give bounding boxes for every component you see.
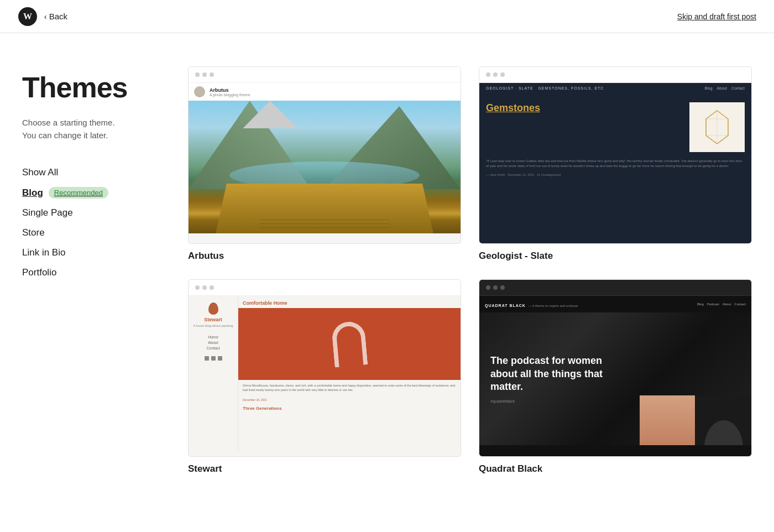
- quadrat-theme-name: Quadrat Black: [479, 463, 752, 474]
- svg-line-10: [706, 135, 717, 144]
- page-title: Themes: [22, 72, 144, 103]
- wordpress-logo-icon[interactable]: W: [18, 7, 38, 27]
- geo-site-header: GEOLOGIST · SLATE Gemstones, Fossils, Et…: [479, 83, 751, 93]
- dot-3: [210, 285, 214, 290]
- dot-1: [195, 72, 200, 77]
- arbutus-hero-image: [189, 101, 461, 233]
- gemstone-icon: [698, 108, 736, 147]
- geo-logo: GEOLOGIST · SLATE Gemstones, Fossils, Et…: [486, 86, 604, 90]
- sidebar-item-blog[interactable]: Blog Recommended: [22, 184, 144, 202]
- dot-3: [500, 285, 505, 290]
- arbutus-avatar: [194, 86, 205, 97]
- stewart-post-title: Comfortable Home: [238, 296, 461, 308]
- geologist-preview: GEOLOGIST · SLATE Gemstones, Fossils, Et…: [479, 66, 752, 244]
- sidebar-item-portfolio[interactable]: Portfolio: [22, 264, 144, 281]
- arbutus-preview: Arbutus A photo blogging theme: [188, 66, 461, 244]
- skip-link[interactable]: Skip and draft first post: [677, 12, 756, 21]
- stewart-post-content: Orima Woodhouse, handsome, clever, and r…: [238, 380, 461, 396]
- facebook-icon: [211, 356, 216, 361]
- dot-3: [210, 72, 214, 77]
- sidebar-item-link-in-bio[interactable]: Link in Bio: [22, 244, 144, 262]
- svg-line-11: [717, 135, 728, 144]
- dot-2: [202, 285, 207, 290]
- dot-2: [493, 285, 498, 290]
- sidebar-item-single-page[interactable]: Single Page: [22, 204, 144, 222]
- quadrat-site-header: QUADRAT BLACK — A theme to inspire and e…: [479, 296, 751, 312]
- arbutus-site-name: Arbutus: [210, 87, 250, 93]
- preview-dots: [189, 67, 461, 83]
- quadrat-thumbnail-images: [640, 395, 751, 445]
- theme-category-nav: Show All Blog Recommended Single Page St…: [22, 164, 144, 281]
- preview-dots: [479, 280, 751, 296]
- back-arrow-icon: ‹: [44, 12, 47, 21]
- preview-dots: [189, 280, 461, 296]
- quadrat-figure-svg: [696, 395, 751, 445]
- geologist-theme-name: Geologist - Slate: [479, 251, 752, 262]
- stewart-post-date: December 16, 2021: [238, 396, 461, 404]
- main-content: Themes Choose a starting theme. You can …: [0, 33, 774, 497]
- geo-nav: Blog About Contact: [705, 86, 745, 90]
- stewart-layout: Stewart A loose blog about painting Home…: [189, 296, 461, 451]
- stewart-social-icons: [205, 356, 222, 361]
- stewart-nav-home: Home: [208, 335, 218, 339]
- arch-shape: [331, 321, 368, 368]
- theme-card-arbutus[interactable]: Arbutus A photo blogging theme: [188, 66, 461, 262]
- arbutus-theme-content: Arbutus A photo blogging theme: [189, 83, 461, 243]
- stewart-hero-image: [238, 308, 461, 380]
- quadrat-preview: QUADRAT BLACK — A theme to inspire and e…: [479, 279, 752, 457]
- preview-dots: [479, 67, 751, 83]
- theme-card-quadrat-black[interactable]: QUADRAT BLACK — A theme to inspire and e…: [479, 279, 752, 474]
- recommended-badge: Recommended: [49, 187, 108, 199]
- quadrat-logo: QUADRAT BLACK: [485, 304, 526, 307]
- arbutus-theme-name: Arbutus: [188, 251, 461, 262]
- quadrat-theme-content: QUADRAT BLACK — A theme to inspire and e…: [479, 296, 751, 456]
- quadrat-thumb-2: [696, 395, 751, 445]
- sidebar: Themes Choose a starting theme. You can …: [22, 66, 144, 474]
- svg-text:W: W: [23, 12, 32, 21]
- twitter-icon: [205, 356, 209, 361]
- dot-1: [195, 285, 200, 290]
- themes-grid: Arbutus A photo blogging theme: [188, 66, 752, 474]
- dot-3: [500, 72, 505, 77]
- stewart-theme-name: Stewart: [188, 463, 461, 474]
- instagram-icon: [218, 356, 222, 361]
- boat-deck: [216, 184, 433, 233]
- geo-post-text: "If I just stop over to Green Gables aft…: [486, 157, 745, 169]
- stewart-logo: [208, 302, 218, 315]
- stewart-theme-content: Stewart A loose blog about painting Home…: [189, 296, 461, 456]
- dot-2: [493, 72, 498, 77]
- stewart-nav-contact: Contact: [206, 346, 219, 350]
- geologist-theme-content: GEOLOGIST · SLATE Gemstones, Fossils, Et…: [479, 83, 751, 243]
- sidebar-item-show-all[interactable]: Show All: [22, 164, 144, 181]
- boat-lines: [259, 220, 390, 228]
- sidebar-item-store[interactable]: Store: [22, 224, 144, 242]
- svg-line-7: [717, 111, 728, 119]
- geo-body: Gemstones "If I just stop over to Green …: [479, 93, 751, 185]
- stewart-nav-about: About: [208, 341, 218, 345]
- quadrat-header-tagline: — A theme to inspire and enthuse: [528, 304, 578, 307]
- back-label: Back: [49, 12, 67, 21]
- dot-1: [486, 285, 490, 290]
- dot-2: [202, 72, 207, 77]
- theme-card-stewart[interactable]: Stewart A loose blog about painting Home…: [188, 279, 461, 474]
- stewart-sidebar: Stewart A loose blog about painting Home…: [189, 296, 238, 451]
- quadrat-logo-area: QUADRAT BLACK — A theme to inspire and e…: [485, 299, 578, 309]
- geo-gem-image: [689, 102, 745, 152]
- quadrat-hero: The podcast for women about all the thin…: [479, 312, 751, 445]
- arbutus-site-header: Arbutus A photo blogging theme: [189, 83, 461, 101]
- svg-line-6: [706, 111, 717, 119]
- quadrat-nav: Blog Podcast About Contact: [697, 302, 746, 306]
- dot-1: [486, 72, 490, 77]
- stewart-site-title: Stewart: [204, 317, 222, 322]
- header-left: W ‹ Back: [18, 7, 67, 27]
- stewart-preview: Stewart A loose blog about painting Home…: [188, 279, 461, 457]
- theme-card-geologist-slate[interactable]: GEOLOGIST · SLATE Gemstones, Fossils, Et…: [479, 66, 752, 262]
- geo-post-meta: — Jane Smith December 11, 2021 11 Uncate…: [486, 173, 745, 176]
- back-button[interactable]: ‹ Back: [44, 12, 67, 21]
- stewart-tagline: A loose blog about painting: [193, 324, 233, 328]
- arbutus-site-info: Arbutus A photo blogging theme: [210, 87, 250, 97]
- stewart-next-title: Three Generations: [238, 404, 461, 413]
- quadrat-thumb-1: [640, 395, 695, 445]
- stewart-main: Comfortable Home Orima Woodhouse, handso…: [238, 296, 461, 451]
- sidebar-subtitle: Choose a starting theme. You can change …: [22, 117, 144, 142]
